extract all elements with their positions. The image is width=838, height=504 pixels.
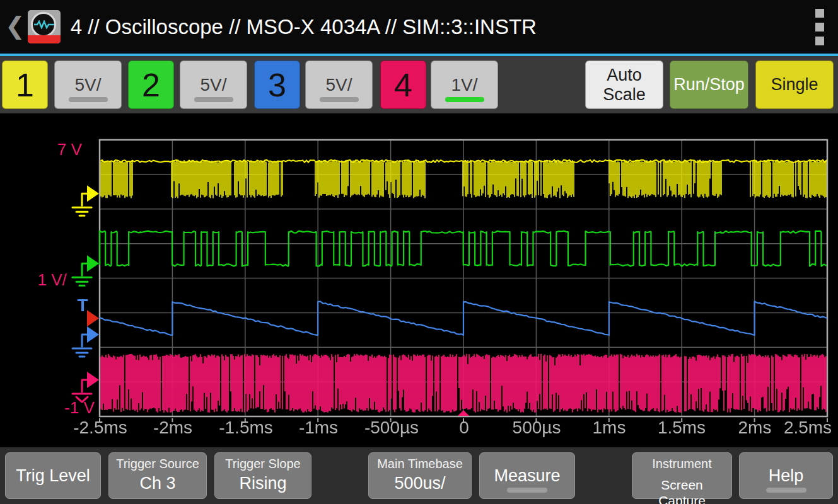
- bottom-control-bar: Trig Level Trigger Source Ch 3 Trigger S…: [0, 447, 838, 504]
- x-tick-label: -1.5ms: [219, 418, 273, 438]
- x-tick-label: -500µs: [364, 418, 419, 438]
- channel-4-button[interactable]: 4: [380, 60, 426, 109]
- app-logo-icon[interactable]: [28, 10, 61, 43]
- trigger-slope-button[interactable]: Trigger Slope Rising: [214, 452, 311, 499]
- waveform-glyph: [34, 20, 54, 29]
- scope-display-area: 7 V 1 V/ -1 V T -2.5ms -2ms -1.5ms -1ms …: [0, 113, 838, 447]
- waveform-display[interactable]: [0, 113, 838, 447]
- volts-per-div-label: 1 V/: [29, 270, 67, 290]
- logo-red-bar: [28, 35, 61, 43]
- channel-toolbar: 1 5V/ 2 5V/ 3 5V/ 4 1V/ Auto Scale Run/S…: [0, 56, 838, 113]
- x-tick-label: -2.5ms: [73, 418, 127, 438]
- oscilloscope-app: ❮ 4 // Oscilloscope // MSO-X 4034A // SI…: [0, 0, 838, 504]
- channel-2-button[interactable]: 2: [128, 60, 174, 109]
- overflow-menu-icon[interactable]: [812, 5, 828, 49]
- channel-4-scale-indicator: [445, 97, 484, 102]
- channel-1-button[interactable]: 1: [2, 60, 48, 109]
- x-tick-label: 2ms: [738, 418, 772, 438]
- x-tick-label: -1ms: [299, 418, 338, 438]
- measure-button[interactable]: Measure: [479, 452, 575, 499]
- button-value: Ch 3: [139, 473, 175, 493]
- x-tick-label: 1.5ms: [658, 418, 706, 438]
- trig-level-button[interactable]: Trig Level: [5, 452, 101, 499]
- single-button[interactable]: Single: [755, 60, 834, 109]
- x-tick-label: 1ms: [593, 418, 626, 438]
- help-button[interactable]: Help: [739, 452, 833, 499]
- top-voltage-label: 7 V: [45, 140, 82, 159]
- button-label: Trig Level: [16, 466, 90, 486]
- button-value: 500us/: [394, 473, 445, 493]
- measure-indicator: [507, 488, 547, 493]
- button-sublabel: Trigger Source: [116, 457, 199, 471]
- button-sublabel: Trigger Slope: [225, 457, 300, 471]
- trigger-source-button[interactable]: Trigger Source Ch 3: [108, 452, 207, 499]
- x-tick-label: 500µs: [513, 418, 561, 438]
- instrument-screen-capture-button[interactable]: Instrument Screen Capture: [632, 452, 732, 499]
- main-timebase-button[interactable]: Main Timebase 500us/: [368, 452, 472, 499]
- help-indicator: [766, 488, 806, 493]
- button-sublabel: Instrument: [652, 457, 711, 471]
- auto-scale-button[interactable]: Auto Scale: [585, 60, 663, 109]
- channel-3-scale-label: 5V/: [325, 75, 352, 95]
- button-label: Measure: [494, 466, 560, 486]
- channel-3-button[interactable]: 3: [254, 60, 300, 109]
- x-tick-label: -2ms: [153, 418, 192, 438]
- channel-1-scale-indicator: [69, 97, 108, 102]
- button-sublabel: Main Timebase: [377, 457, 463, 471]
- x-tick-label: 0: [459, 418, 469, 438]
- channel-4-scale-label: 1V/: [451, 75, 477, 95]
- channel-3-scale-indicator: [320, 97, 359, 102]
- button-label: Help: [769, 466, 804, 486]
- trigger-letter-label: T: [74, 295, 91, 316]
- x-tick-label: 2.5ms: [784, 418, 832, 438]
- button-value: Rising: [239, 473, 286, 493]
- button-value: Screen Capture: [636, 477, 728, 504]
- channel-2-scale-indicator: [194, 97, 233, 102]
- back-icon[interactable]: ❮: [5, 14, 25, 38]
- channel-3-scale-button[interactable]: 5V/: [305, 60, 373, 109]
- channel-2-scale-label: 5V/: [200, 75, 226, 95]
- channel-4-scale-button[interactable]: 1V/: [431, 60, 498, 109]
- channel-2-scale-button[interactable]: 5V/: [180, 60, 247, 109]
- top-app-bar: ❮ 4 // Oscilloscope // MSO-X 4034A // SI…: [0, 0, 838, 56]
- run-stop-button[interactable]: Run/Stop: [670, 60, 748, 109]
- channel-1-scale-label: 5V/: [74, 75, 101, 95]
- window-title: 4 // Oscilloscope // MSO-X 4034A // SIM:…: [71, 15, 537, 39]
- bottom-voltage-label: -1 V: [59, 398, 95, 418]
- channel-1-scale-button[interactable]: 5V/: [54, 60, 122, 109]
